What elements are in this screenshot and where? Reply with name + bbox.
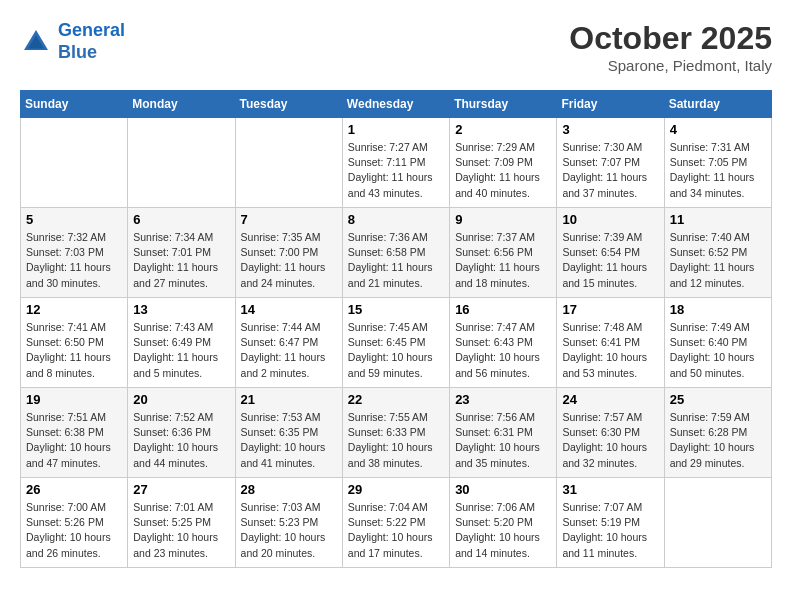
calendar-day-cell: 7Sunrise: 7:35 AM Sunset: 7:00 PM Daylig… (235, 208, 342, 298)
day-info: Sunrise: 7:48 AM Sunset: 6:41 PM Dayligh… (562, 320, 658, 381)
month-title: October 2025 (569, 20, 772, 57)
day-number: 17 (562, 302, 658, 317)
day-number: 4 (670, 122, 766, 137)
calendar-day-cell: 18Sunrise: 7:49 AM Sunset: 6:40 PM Dayli… (664, 298, 771, 388)
calendar-day-cell: 5Sunrise: 7:32 AM Sunset: 7:03 PM Daylig… (21, 208, 128, 298)
day-info: Sunrise: 7:06 AM Sunset: 5:20 PM Dayligh… (455, 500, 551, 561)
calendar-day-cell: 25Sunrise: 7:59 AM Sunset: 6:28 PM Dayli… (664, 388, 771, 478)
weekday-header: Sunday (21, 91, 128, 118)
day-info: Sunrise: 7:43 AM Sunset: 6:49 PM Dayligh… (133, 320, 229, 381)
calendar-day-cell: 1Sunrise: 7:27 AM Sunset: 7:11 PM Daylig… (342, 118, 449, 208)
logo-icon (20, 26, 52, 58)
day-info: Sunrise: 7:59 AM Sunset: 6:28 PM Dayligh… (670, 410, 766, 471)
calendar-day-cell: 11Sunrise: 7:40 AM Sunset: 6:52 PM Dayli… (664, 208, 771, 298)
day-info: Sunrise: 7:55 AM Sunset: 6:33 PM Dayligh… (348, 410, 444, 471)
day-number: 15 (348, 302, 444, 317)
day-number: 11 (670, 212, 766, 227)
day-number: 23 (455, 392, 551, 407)
calendar-body: 1Sunrise: 7:27 AM Sunset: 7:11 PM Daylig… (21, 118, 772, 568)
calendar-day-cell: 31Sunrise: 7:07 AM Sunset: 5:19 PM Dayli… (557, 478, 664, 568)
page-header: General Blue October 2025 Sparone, Piedm… (20, 20, 772, 74)
weekday-header: Thursday (450, 91, 557, 118)
weekday-header: Monday (128, 91, 235, 118)
calendar-week-row: 12Sunrise: 7:41 AM Sunset: 6:50 PM Dayli… (21, 298, 772, 388)
logo: General Blue (20, 20, 125, 63)
calendar-week-row: 5Sunrise: 7:32 AM Sunset: 7:03 PM Daylig… (21, 208, 772, 298)
calendar-day-cell: 23Sunrise: 7:56 AM Sunset: 6:31 PM Dayli… (450, 388, 557, 478)
calendar-day-cell (235, 118, 342, 208)
day-info: Sunrise: 7:39 AM Sunset: 6:54 PM Dayligh… (562, 230, 658, 291)
day-number: 29 (348, 482, 444, 497)
day-info: Sunrise: 7:35 AM Sunset: 7:00 PM Dayligh… (241, 230, 337, 291)
calendar-day-cell: 24Sunrise: 7:57 AM Sunset: 6:30 PM Dayli… (557, 388, 664, 478)
weekday-header: Wednesday (342, 91, 449, 118)
day-number: 3 (562, 122, 658, 137)
day-number: 6 (133, 212, 229, 227)
day-number: 20 (133, 392, 229, 407)
logo-text: General Blue (58, 20, 125, 63)
day-number: 12 (26, 302, 122, 317)
calendar-day-cell: 15Sunrise: 7:45 AM Sunset: 6:45 PM Dayli… (342, 298, 449, 388)
day-info: Sunrise: 7:03 AM Sunset: 5:23 PM Dayligh… (241, 500, 337, 561)
day-number: 14 (241, 302, 337, 317)
day-number: 24 (562, 392, 658, 407)
day-info: Sunrise: 7:47 AM Sunset: 6:43 PM Dayligh… (455, 320, 551, 381)
day-info: Sunrise: 7:37 AM Sunset: 6:56 PM Dayligh… (455, 230, 551, 291)
day-info: Sunrise: 7:52 AM Sunset: 6:36 PM Dayligh… (133, 410, 229, 471)
day-info: Sunrise: 7:01 AM Sunset: 5:25 PM Dayligh… (133, 500, 229, 561)
day-info: Sunrise: 7:44 AM Sunset: 6:47 PM Dayligh… (241, 320, 337, 381)
day-info: Sunrise: 7:00 AM Sunset: 5:26 PM Dayligh… (26, 500, 122, 561)
day-number: 1 (348, 122, 444, 137)
day-number: 10 (562, 212, 658, 227)
logo-blue: Blue (58, 42, 97, 62)
day-info: Sunrise: 7:34 AM Sunset: 7:01 PM Dayligh… (133, 230, 229, 291)
day-info: Sunrise: 7:57 AM Sunset: 6:30 PM Dayligh… (562, 410, 658, 471)
calendar-day-cell: 8Sunrise: 7:36 AM Sunset: 6:58 PM Daylig… (342, 208, 449, 298)
calendar-day-cell (21, 118, 128, 208)
calendar-day-cell: 21Sunrise: 7:53 AM Sunset: 6:35 PM Dayli… (235, 388, 342, 478)
day-number: 28 (241, 482, 337, 497)
calendar-day-cell: 22Sunrise: 7:55 AM Sunset: 6:33 PM Dayli… (342, 388, 449, 478)
day-number: 5 (26, 212, 122, 227)
day-number: 8 (348, 212, 444, 227)
day-info: Sunrise: 7:29 AM Sunset: 7:09 PM Dayligh… (455, 140, 551, 201)
calendar-day-cell: 10Sunrise: 7:39 AM Sunset: 6:54 PM Dayli… (557, 208, 664, 298)
calendar-day-cell: 4Sunrise: 7:31 AM Sunset: 7:05 PM Daylig… (664, 118, 771, 208)
day-number: 19 (26, 392, 122, 407)
day-number: 2 (455, 122, 551, 137)
day-number: 21 (241, 392, 337, 407)
calendar-day-cell: 19Sunrise: 7:51 AM Sunset: 6:38 PM Dayli… (21, 388, 128, 478)
calendar-day-cell: 28Sunrise: 7:03 AM Sunset: 5:23 PM Dayli… (235, 478, 342, 568)
calendar-day-cell: 9Sunrise: 7:37 AM Sunset: 6:56 PM Daylig… (450, 208, 557, 298)
calendar-header: SundayMondayTuesdayWednesdayThursdayFrid… (21, 91, 772, 118)
day-info: Sunrise: 7:56 AM Sunset: 6:31 PM Dayligh… (455, 410, 551, 471)
calendar-day-cell: 12Sunrise: 7:41 AM Sunset: 6:50 PM Dayli… (21, 298, 128, 388)
day-number: 13 (133, 302, 229, 317)
calendar-table: SundayMondayTuesdayWednesdayThursdayFrid… (20, 90, 772, 568)
calendar-day-cell: 2Sunrise: 7:29 AM Sunset: 7:09 PM Daylig… (450, 118, 557, 208)
location-subtitle: Sparone, Piedmont, Italy (569, 57, 772, 74)
day-info: Sunrise: 7:49 AM Sunset: 6:40 PM Dayligh… (670, 320, 766, 381)
day-info: Sunrise: 7:40 AM Sunset: 6:52 PM Dayligh… (670, 230, 766, 291)
day-number: 30 (455, 482, 551, 497)
day-number: 18 (670, 302, 766, 317)
weekday-header: Friday (557, 91, 664, 118)
day-info: Sunrise: 7:51 AM Sunset: 6:38 PM Dayligh… (26, 410, 122, 471)
day-info: Sunrise: 7:07 AM Sunset: 5:19 PM Dayligh… (562, 500, 658, 561)
day-number: 9 (455, 212, 551, 227)
day-info: Sunrise: 7:30 AM Sunset: 7:07 PM Dayligh… (562, 140, 658, 201)
calendar-day-cell: 14Sunrise: 7:44 AM Sunset: 6:47 PM Dayli… (235, 298, 342, 388)
day-number: 16 (455, 302, 551, 317)
day-info: Sunrise: 7:41 AM Sunset: 6:50 PM Dayligh… (26, 320, 122, 381)
day-number: 26 (26, 482, 122, 497)
weekday-header: Tuesday (235, 91, 342, 118)
title-block: October 2025 Sparone, Piedmont, Italy (569, 20, 772, 74)
calendar-day-cell: 17Sunrise: 7:48 AM Sunset: 6:41 PM Dayli… (557, 298, 664, 388)
calendar-day-cell: 3Sunrise: 7:30 AM Sunset: 7:07 PM Daylig… (557, 118, 664, 208)
calendar-day-cell: 16Sunrise: 7:47 AM Sunset: 6:43 PM Dayli… (450, 298, 557, 388)
day-info: Sunrise: 7:31 AM Sunset: 7:05 PM Dayligh… (670, 140, 766, 201)
logo-general: General (58, 20, 125, 40)
calendar-day-cell: 13Sunrise: 7:43 AM Sunset: 6:49 PM Dayli… (128, 298, 235, 388)
day-number: 27 (133, 482, 229, 497)
day-info: Sunrise: 7:04 AM Sunset: 5:22 PM Dayligh… (348, 500, 444, 561)
